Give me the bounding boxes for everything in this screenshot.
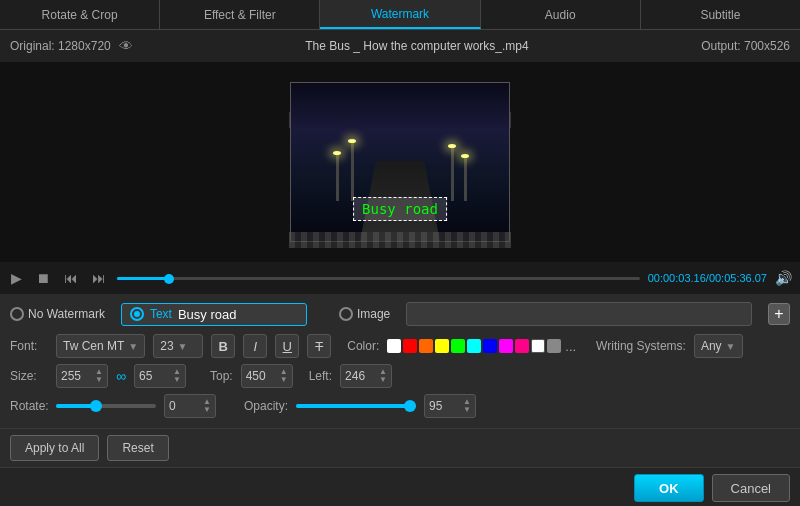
font-size-arrow: ▼ [178,341,188,352]
height-input[interactable]: 65 ▲ ▼ [134,364,186,388]
image-input-area[interactable] [406,302,752,326]
left-down[interactable]: ▼ [379,376,387,384]
rotate-slider-thumb[interactable] [90,400,102,412]
bottom-action-row: Apply to All Reset [0,428,800,467]
tab-rotate-crop[interactable]: Rotate & Crop [0,0,160,29]
font-name-select[interactable]: Tw Cen MT ▼ [56,334,145,358]
opacity-slider[interactable] [296,404,416,408]
underline-button[interactable]: U [275,334,299,358]
watermark-type-row: No Watermark Text Image + [10,302,790,326]
original-resolution: Original: 1280x720 [10,39,111,53]
volume-icon[interactable]: 🔊 [775,270,792,286]
stop-button[interactable]: ⏹ [33,268,53,288]
color-label: Color: [347,339,379,353]
opacity-down[interactable]: ▼ [463,406,471,414]
left-arrows[interactable]: ▲ ▼ [379,368,387,384]
tab-watermark[interactable]: Watermark [320,0,480,29]
italic-button[interactable]: I [243,334,267,358]
link-proportions-icon[interactable]: ∞ [116,368,126,384]
top-arrows[interactable]: ▲ ▼ [280,368,288,384]
height-arrows[interactable]: ▲ ▼ [173,368,181,384]
size-row: Size: 255 ▲ ▼ ∞ 65 ▲ ▼ Top: 450 ▲ ▼ Left… [10,364,790,388]
width-arrows[interactable]: ▲ ▼ [95,368,103,384]
top-label: Top: [210,369,233,383]
eye-icon[interactable]: 👁 [119,38,133,54]
streetlight-1 [351,141,354,201]
add-image-button[interactable]: + [768,303,790,325]
play-button[interactable]: ▶ [8,268,25,288]
width-input[interactable]: 255 ▲ ▼ [56,364,108,388]
swatch-cyan[interactable] [467,339,481,353]
font-label: Font: [10,339,48,353]
swatch-red[interactable] [403,339,417,353]
rotate-slider[interactable] [56,404,156,408]
opacity-slider-fill [296,404,410,408]
timeline-progress [117,277,169,280]
left-input[interactable]: 246 ▲ ▼ [340,364,392,388]
color-swatches: ... [387,339,576,354]
tab-bar: Rotate & Crop Effect & Filter Watermark … [0,0,800,30]
next-frame-button[interactable]: ⏭ [89,268,109,288]
swatch-orange[interactable] [419,339,433,353]
tab-subtitle[interactable]: Subtitle [641,0,800,29]
reset-button[interactable]: Reset [107,435,168,461]
more-colors-btn[interactable]: ... [565,339,576,354]
watermark-controls: No Watermark Text Image + Font: Tw Cen M… [0,294,800,428]
top-down[interactable]: ▼ [280,376,288,384]
swatch-pink[interactable] [515,339,529,353]
current-time: 00:00:03.16/00:05:36.07 [648,272,767,284]
swatch-green[interactable] [451,339,465,353]
final-row: OK Cancel [0,467,800,506]
streetlight-3 [336,153,339,201]
rotate-input[interactable]: 0 ▲ ▼ [164,394,216,418]
image-watermark-option[interactable]: Image [339,307,390,321]
selection-handle-bottom[interactable] [289,232,511,248]
width-down[interactable]: ▼ [95,376,103,384]
video-frame: Busy road [290,82,510,242]
bold-button[interactable]: B [211,334,235,358]
tab-audio[interactable]: Audio [481,0,641,29]
writing-system-label: Writing Systems: [596,339,686,353]
filename: The Bus _ How the computer works_.mp4 [305,39,528,53]
timeline-slider[interactable] [117,277,640,280]
prev-frame-button[interactable]: ⏮ [61,268,81,288]
writing-system-select[interactable]: Any ▼ [694,334,743,358]
opacity-slider-thumb[interactable] [404,400,416,412]
swatch-white2[interactable] [531,339,545,353]
top-input[interactable]: 450 ▲ ▼ [241,364,293,388]
text-watermark-radio[interactable] [130,307,144,321]
height-down[interactable]: ▼ [173,376,181,384]
timeline: ▶ ⏹ ⏮ ⏭ 00:00:03.16/00:05:36.07 🔊 [0,262,800,294]
rotate-arrows[interactable]: ▲ ▼ [203,398,211,414]
watermark-text-input[interactable] [178,307,298,322]
video-preview: Busy road [0,62,800,262]
video-background: Busy road [291,83,509,241]
watermark-text-overlay[interactable]: Busy road [353,197,447,221]
left-label: Left: [309,369,332,383]
font-size-select[interactable]: 23 ▼ [153,334,203,358]
image-label: Image [357,307,390,321]
info-bar: Original: 1280x720 👁 The Bus _ How the c… [0,30,800,62]
swatch-yellow[interactable] [435,339,449,353]
streetlight-2 [451,146,454,201]
tab-effect-filter[interactable]: Effect & Filter [160,0,320,29]
apply-to-all-button[interactable]: Apply to All [10,435,99,461]
swatch-white[interactable] [387,339,401,353]
text-watermark-group[interactable]: Text [121,303,307,326]
strikethrough-button[interactable]: T [307,334,331,358]
no-watermark-option[interactable]: No Watermark [10,307,105,321]
cancel-button[interactable]: Cancel [712,474,790,502]
opacity-input[interactable]: 95 ▲ ▼ [424,394,476,418]
timeline-thumb[interactable] [164,274,174,284]
swatch-gray[interactable] [547,339,561,353]
swatch-blue[interactable] [483,339,497,353]
rotate-down[interactable]: ▼ [203,406,211,414]
ok-button[interactable]: OK [634,474,704,502]
size-label: Size: [10,369,48,383]
opacity-arrows[interactable]: ▲ ▼ [463,398,471,414]
no-watermark-radio[interactable] [10,307,24,321]
font-name-arrow: ▼ [128,341,138,352]
rotate-opacity-row: Rotate: 0 ▲ ▼ Opacity: 95 ▲ ▼ [10,394,790,418]
image-watermark-radio[interactable] [339,307,353,321]
swatch-magenta[interactable] [499,339,513,353]
